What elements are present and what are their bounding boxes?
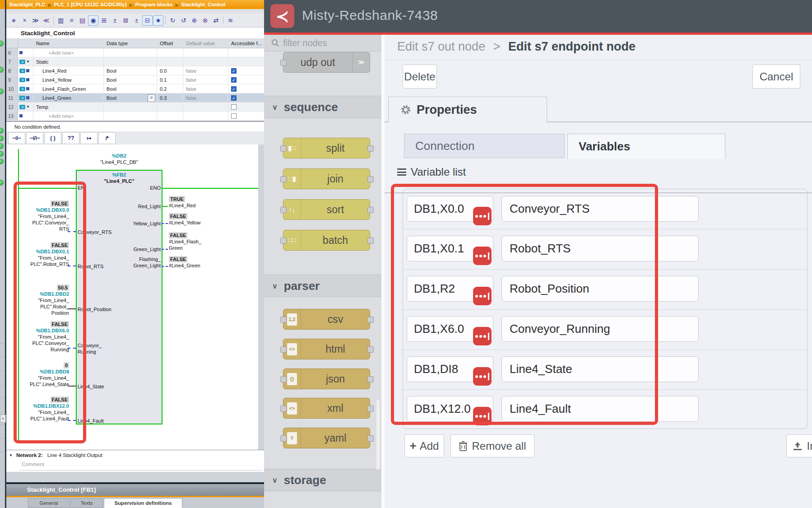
palette-node-sort[interactable]: ↑↓ sort xyxy=(283,199,370,220)
node-port[interactable] xyxy=(280,346,287,353)
tab-general[interactable]: General xyxy=(28,498,70,508)
accessible-checkbox[interactable] xyxy=(231,104,237,110)
renumber-icon[interactable]: ≪ xyxy=(41,15,51,26)
breadcrumb-block[interactable]: Stacklight_Control xyxy=(181,2,226,7)
name-field[interactable]: Robot_Position xyxy=(501,276,699,302)
db-instance-label[interactable]: %DB2 "Line4_PLC_DB" xyxy=(76,153,162,165)
table-row[interactable]: 13 <Add new> xyxy=(6,112,264,121)
palette-filter[interactable]: filter nodes xyxy=(264,35,381,51)
import-button[interactable]: Imp xyxy=(786,434,812,457)
breadcrumb-program-blocks[interactable]: Program blocks xyxy=(135,2,173,7)
collapse-arrow-icon[interactable]: ▼ xyxy=(9,453,13,457)
palette-node-join[interactable]: ∷▮ join xyxy=(283,168,370,189)
palette-node-html[interactable]: <> html xyxy=(283,339,370,359)
pin-red-light[interactable]: Red_Light xyxy=(108,203,161,210)
network-comment[interactable]: Comment xyxy=(6,460,264,472)
address-edit-button[interactable] xyxy=(473,247,492,265)
operand-plus-icon[interactable]: ± xyxy=(110,15,120,26)
node-port[interactable] xyxy=(367,435,374,442)
node-port[interactable] xyxy=(367,346,374,353)
variable-name[interactable]: Line4_Yellow xyxy=(36,77,71,83)
node-port[interactable] xyxy=(280,317,287,323)
header-data-type[interactable]: Data type xyxy=(104,39,157,48)
palette-node-json[interactable]: {} json xyxy=(283,368,370,389)
name-field[interactable]: Line4_State xyxy=(501,356,699,382)
node-port[interactable] xyxy=(367,207,374,213)
variable-name[interactable]: Line4_Red xyxy=(36,68,66,74)
operand-line4-yellow[interactable]: FALSE #Line4_Yellow xyxy=(169,213,223,226)
pin-green-light[interactable]: Green_Light xyxy=(108,246,161,252)
tab-variables[interactable]: Variables xyxy=(567,134,725,159)
operand-line4-state[interactable]: 0 %DB1.DBD8 "From_Line4_PLC".Line4_State xyxy=(14,362,69,387)
palette-section-storage[interactable]: ∨ storage xyxy=(264,469,381,491)
accessible-checkbox[interactable]: ✓ xyxy=(231,68,237,74)
collapse-arrow-icon[interactable]: ▼ xyxy=(26,60,30,64)
auto-number-icon[interactable]: ≫ xyxy=(30,15,41,26)
table-row[interactable]: 8 ◂ Line4_Red Bool 0.0 false ✓ xyxy=(6,66,264,75)
operand-line4-red[interactable]: TRUE #Line4_Red xyxy=(169,196,223,209)
breadcrumb-project[interactable]: Stacklight_PLC xyxy=(9,2,46,7)
contact-no-icon[interactable]: ⊣⊢ xyxy=(8,132,25,144)
network-title[interactable]: Line 4 Stacklight Output xyxy=(47,452,102,458)
palette-node-udp-out[interactable]: udp out ≫ xyxy=(283,52,370,73)
header-accessible[interactable]: Accessible f... xyxy=(228,39,263,48)
node-port[interactable] xyxy=(367,405,374,412)
palette-scrollbar[interactable] xyxy=(376,400,380,470)
node-port[interactable] xyxy=(367,176,374,182)
node-port[interactable] xyxy=(280,238,287,244)
node-port[interactable] xyxy=(280,405,287,412)
address-field[interactable]: DB1,R2 xyxy=(407,276,493,302)
header-default-value[interactable]: Default value xyxy=(183,39,228,48)
table-row[interactable]: 6 <Add new> xyxy=(6,48,264,57)
pin-robot-rts[interactable]: Robot_RTS xyxy=(78,263,103,270)
pin-robot-position[interactable]: Robot_Position xyxy=(78,306,111,312)
accessible-checkbox[interactable] xyxy=(231,113,237,119)
palette-node-csv[interactable]: 1,2 csv xyxy=(283,309,370,330)
open-branch-icon[interactable]: ↦ xyxy=(80,132,97,144)
address-field[interactable]: DB1,X0.0 xyxy=(407,196,493,222)
variable-name[interactable]: Line4_Flash_Green xyxy=(36,86,86,92)
pin-yellow-light[interactable]: Yellow_Light xyxy=(108,220,161,227)
comments-icon[interactable]: ◉ xyxy=(88,15,98,26)
tab-texts[interactable]: Texts xyxy=(70,498,103,508)
breadcrumb-plc[interactable]: PLC_1 [CPU 1212C AC/DC/Rly] xyxy=(54,2,127,7)
add-button[interactable]: + Add xyxy=(404,434,444,457)
variable-name[interactable]: Line4_Green xyxy=(36,95,71,101)
palette-node-batch[interactable]: ∷∷ batch xyxy=(283,230,370,251)
type-picker-button[interactable]: ≡ xyxy=(148,94,155,102)
address-edit-button[interactable] xyxy=(473,407,492,425)
delete-network-icon[interactable]: × xyxy=(19,15,30,26)
variable-default[interactable]: false xyxy=(183,66,228,75)
node-port[interactable] xyxy=(280,145,287,152)
favorites-icon[interactable]: ★ xyxy=(153,15,163,26)
table-row[interactable]: 10 ◂ Line4_Flash_Green Bool 0.2 false ✓ xyxy=(6,84,264,93)
variable-type[interactable]: Bool xyxy=(104,75,157,84)
variable-default[interactable]: false xyxy=(183,75,228,84)
jump-icon[interactable]: ⇄ xyxy=(211,15,221,26)
variable-type[interactable]: Bool xyxy=(104,66,157,75)
pin-flashing-green-light[interactable]: Flashing_Green_Light xyxy=(108,256,161,269)
tab-connection[interactable]: Connection xyxy=(404,134,565,158)
tab-supervision-definitions[interactable]: Supervision definitions xyxy=(104,498,182,508)
node-port[interactable] xyxy=(280,176,287,182)
palette-node-xml[interactable]: <> xml xyxy=(283,398,370,419)
table-row[interactable]: 7 ◂▼ Static xyxy=(6,57,264,66)
variable-type[interactable]: Bool xyxy=(104,84,157,93)
node-port[interactable] xyxy=(367,317,374,323)
header-offset[interactable]: Offset xyxy=(157,39,183,48)
node-port[interactable] xyxy=(367,238,374,244)
palette-section-sequence[interactable]: ∨ sequence xyxy=(264,96,381,118)
absolute-operands-icon[interactable]: ⊟ xyxy=(142,15,153,26)
open-networks-icon[interactable]: ▤ xyxy=(77,15,88,26)
variable-type[interactable]: Bool xyxy=(107,95,116,101)
accessible-checkbox[interactable]: ✓ xyxy=(231,86,237,92)
collapse-arrow-icon[interactable]: ▼ xyxy=(26,105,30,109)
node-port[interactable] xyxy=(280,376,287,382)
add-new-cell[interactable]: <Add new> xyxy=(36,50,74,56)
name-field[interactable]: Conveyor_Running xyxy=(501,316,699,342)
pin-conveyor-running[interactable]: Conveyor_Running xyxy=(78,342,102,355)
name-field[interactable]: Line4_Fault xyxy=(501,396,699,422)
pin-line4-state[interactable]: Line4_State xyxy=(78,383,104,390)
network-list-icon[interactable]: ≡ xyxy=(66,15,77,26)
operand-line4-flash-green[interactable]: FALSE #Line4_Flash_Green xyxy=(169,232,223,251)
